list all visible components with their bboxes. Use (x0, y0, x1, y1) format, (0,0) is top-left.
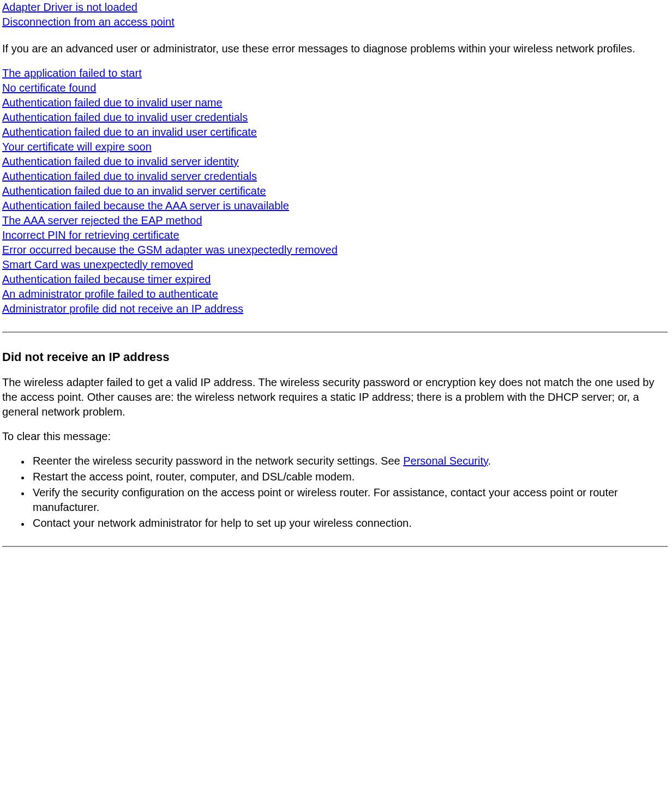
list-item: Restart the access point, router, comput… (31, 470, 668, 484)
link-auth-failed-invalid-user-certificate[interactable]: Authentication failed due to an invalid … (2, 125, 668, 140)
resolution-steps-list: Reenter the wireless security password i… (2, 454, 668, 531)
list-item: Reenter the wireless security password i… (31, 454, 668, 468)
link-admin-profile-no-ip-address[interactable]: Administrator profile did not receive an… (2, 302, 668, 316)
divider-top (2, 332, 668, 333)
link-auth-failed-aaa-server-unavailable[interactable]: Authentication failed because the AAA se… (2, 199, 668, 213)
intro-paragraph: If you are an advanced user or administr… (2, 41, 668, 56)
error-link-block: The application failed to start No certi… (2, 66, 668, 316)
section-lead-in: To clear this message: (2, 429, 668, 444)
link-auth-failed-invalid-server-identity[interactable]: Authentication failed due to invalid ser… (2, 154, 668, 169)
link-gsm-adapter-unexpectedly-removed[interactable]: Error occurred because the GSM adapter w… (2, 243, 668, 257)
link-auth-failed-invalid-server-certificate[interactable]: Authentication failed due to an invalid … (2, 184, 668, 199)
section-paragraph: The wireless adapter failed to get a val… (2, 375, 668, 419)
section-heading-did-not-receive-ip: Did not receive an IP address (2, 349, 668, 365)
list-item-text: Reenter the wireless security password i… (33, 455, 403, 467)
list-item-text: . (488, 455, 491, 467)
link-disconnection-from-access-point[interactable]: Disconnection from an access point (2, 15, 668, 29)
link-no-certificate-found[interactable]: No certificate found (2, 81, 668, 95)
link-adapter-driver-not-loaded[interactable]: Adapter Driver is not loaded (2, 0, 668, 15)
link-auth-failed-timer-expired[interactable]: Authentication failed because timer expi… (2, 272, 668, 287)
link-certificate-will-expire-soon[interactable]: Your certificate will expire soon (2, 140, 668, 154)
top-link-block: Adapter Driver is not loaded Disconnecti… (2, 0, 668, 29)
link-auth-failed-invalid-server-credentials[interactable]: Authentication failed due to invalid ser… (2, 169, 668, 184)
link-incorrect-pin-for-retrieving-certificate[interactable]: Incorrect PIN for retrieving certificate (2, 228, 668, 243)
divider-bottom (2, 546, 668, 547)
list-item-text: Restart the access point, router, comput… (33, 471, 355, 483)
link-auth-failed-invalid-user-credentials[interactable]: Authentication failed due to invalid use… (2, 110, 668, 125)
link-application-failed-to-start[interactable]: The application failed to start (2, 66, 668, 81)
list-item: Contact your network administrator for h… (31, 516, 668, 531)
link-auth-failed-invalid-user-name[interactable]: Authentication failed due to invalid use… (2, 95, 668, 110)
link-aaa-server-rejected-eap-method[interactable]: The AAA server rejected the EAP method (2, 213, 668, 228)
link-personal-security[interactable]: Personal Security (403, 455, 488, 467)
list-item-text: Contact your network administrator for h… (33, 517, 412, 529)
link-smart-card-unexpectedly-removed[interactable]: Smart Card was unexpectedly removed (2, 257, 668, 272)
list-item: Verify the security configuration on the… (31, 485, 668, 515)
link-admin-profile-failed-to-authenticate[interactable]: An administrator profile failed to authe… (2, 287, 668, 302)
list-item-text: Verify the security configuration on the… (33, 486, 618, 513)
